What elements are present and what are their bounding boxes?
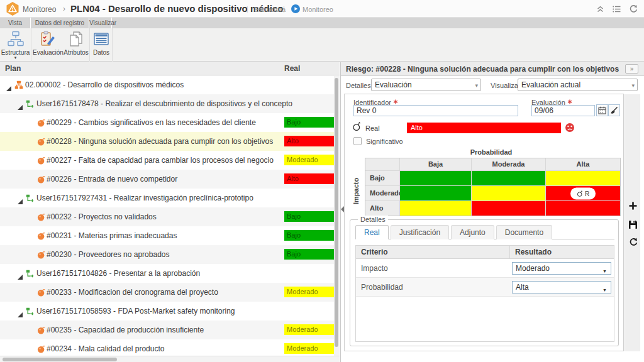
scrollbar-thumb[interactable] [3,358,117,361]
tree-row[interactable]: User16715178478 - Realizar el descubrimi… [0,94,334,113]
criteria-row: ImpactoModerado▼ [356,259,614,278]
impacto-select[interactable]: Moderado▼ [512,262,611,275]
header-actions [596,4,638,14]
tab-adjunto[interactable]: Adjunto [451,225,494,239]
datos-button[interactable]: Datos [91,29,111,61]
tree-row[interactable]: User1671517927431 - Realizar investigaci… [0,189,334,207]
breadcrumb-root[interactable]: Monitoreo [23,5,56,14]
bomb-icon [37,344,46,353]
criteria-table: Criterio Resultado ImpactoModerado▼Proba… [355,245,614,342]
matrix-cell[interactable] [400,171,471,185]
evaluation-form: Identificador Evaluación Real Alto Signi… [344,94,624,351]
ribbon-tab-vista[interactable]: Vista [0,18,31,28]
ribbon-toolbar: Estructura ▾ Evaluación Atributos Datos [0,28,644,62]
real-risk-marker[interactable]: R [570,187,596,199]
matrix-cell[interactable] [472,171,545,185]
risk-matrix: BajaModeradaAltaBajoModeradoRAlto [365,158,621,216]
identificador-input[interactable] [353,105,518,116]
tree-row[interactable]: #00235 - Capacidad de producción insufic… [0,321,334,339]
tree-row[interactable]: #00234 - Mala calidad del productoModera… [0,339,334,356]
tree-item-label: #00234 - Mala calidad del producto [47,344,164,353]
criteria-table-body: ImpactoModerado▼ProbabilidadAlta▼ [356,259,614,297]
resultado-cell: Moderado▼ [509,259,614,277]
visualizar-dropdown[interactable]: Evaluación actual ▾ [518,79,638,91]
tree-row[interactable]: #00227 - Falta de capacidad para cambiar… [0,151,334,170]
matrix-cell[interactable]: R [546,186,620,200]
atributos-button-label: Atributos [64,49,89,56]
evaluacion-date-input[interactable] [531,105,595,116]
evaluacion-button[interactable]: Evaluación [33,29,63,61]
clear-date-button[interactable] [608,104,620,116]
atributos-button[interactable]: Atributos [64,29,89,61]
expand-caret-icon[interactable] [18,309,23,314]
brush-icon [610,106,618,114]
matrix-row-header: Alto [365,201,399,216]
matrix-col-header: Alta [546,158,620,170]
expand-caret-icon[interactable] [18,101,23,106]
significativo-checkbox[interactable] [353,137,362,145]
calendar-button[interactable] [596,104,608,116]
breadcrumb-chevron-icon: › [63,4,65,13]
pages-icon [68,31,84,47]
tree-row[interactable]: #00231 - Materias primas inadecuadasBajo [0,226,334,245]
tree-row[interactable]: #00230 - Proveedores no aprobadosBajo [0,245,334,264]
detalles-fieldset-legend: Detalles [358,216,388,223]
tree-row[interactable]: User1671517104826 - Presentar a la aprob… [0,264,334,283]
tree-row[interactable]: #00229 - Cambios significativos en las n… [0,113,334,132]
tab-documento[interactable]: Documento [496,225,552,239]
matrix-col-header: Baja [400,158,471,170]
expand-caret-icon[interactable] [18,271,23,276]
matrix-cell[interactable] [400,201,471,216]
plan-column-header: Plan [5,64,21,73]
reload-button[interactable] [628,238,638,247]
probabilidad-select[interactable]: Alta▼ [512,281,611,293]
save-button[interactable] [628,220,638,229]
matrix-cell[interactable] [546,201,620,216]
expand-caret-icon[interactable] [6,82,11,87]
tree-row[interactable]: #00232 - Proyectos no validadosBajo [0,207,334,226]
list-icon[interactable] [612,4,621,14]
matrix-cell[interactable] [472,201,545,216]
matrix-cell[interactable] [472,186,545,200]
tab-real[interactable]: Real [355,225,389,239]
nav-link-monitoreo[interactable]: Monitoreo [303,6,333,13]
risk-level-badge: Bajo [284,211,334,222]
detalles-dropdown[interactable]: Evaluación ▾ [371,79,481,91]
tree-item-label: 02.000002 - Desarrollo de dispositivos m… [25,80,184,89]
scrollbar-thumb[interactable] [335,78,338,347]
tree-row[interactable]: #00228 - Ninguna solución adecuada para … [0,132,334,151]
tree-row[interactable]: 02.000002 - Desarrollo de dispositivos m… [0,75,334,94]
estructura-button[interactable]: Estructura ▾ [1,29,30,61]
risk-level-badge: Moderado [284,324,334,335]
clipboard-check-icon [40,31,56,47]
vertical-scrollbar[interactable] [334,76,340,356]
tree-row[interactable]: #00226 - Entrada de nuevo competidorAlto [0,170,334,189]
refresh-icon[interactable] [628,4,638,14]
resultado-column-header: Resultado [509,246,614,258]
phase-icon [26,307,35,315]
risk-level-badge: Moderado [284,343,334,354]
bomb-outline-icon [577,190,584,197]
save-icon [628,220,638,229]
expand-caret-icon[interactable] [18,195,23,200]
expand-panel-button[interactable]: » [625,64,638,74]
tree-item-label: #00229 - Cambios significativos en las n… [47,118,256,127]
play-icon [291,4,300,13]
collapse-chevrons-icon[interactable] [596,4,605,14]
tree-item-label: User16715171058593 - FDA Post-Market saf… [36,307,235,315]
matrix-cell[interactable] [546,171,620,185]
matrix-cell[interactable] [400,186,471,200]
page-title: PLN04 - Desarollo de nuevo dispositivo m… [70,3,283,14]
tree-item-label: #00232 - Proyectos no validados [47,212,157,221]
marker-label: R [585,190,589,197]
detalles-dropdown-value: Evaluación [375,80,412,89]
tree-row[interactable]: #00233 - Modificacion del cronograma del… [0,283,334,302]
tab-justificacion[interactable]: Justificación [391,225,449,239]
tree-row[interactable]: User16715171058593 - FDA Post-Market saf… [0,302,334,321]
add-evaluation-button[interactable] [628,201,638,211]
ribbon-tab-datos-del-registro[interactable]: Datos del registro [31,18,89,28]
nav-link-estructura[interactable]: Estructura [254,6,286,13]
ribbon-tab-visualizar[interactable]: Visualizar [89,18,112,28]
data-table-icon [93,31,109,47]
horizontal-scrollbar[interactable] [0,356,340,362]
